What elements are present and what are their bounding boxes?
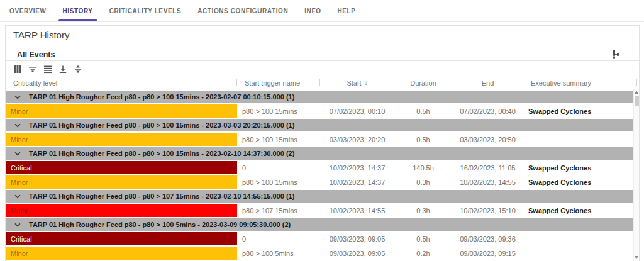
executive-summary-cell: Swapped Cyclones	[523, 161, 637, 174]
criticality-cell: Critical	[6, 232, 237, 245]
duration-cell: 140.5h	[394, 161, 452, 174]
duration-cell: 0.2h	[394, 247, 452, 260]
col-header-label: Criticality level	[13, 79, 57, 87]
executive-summary-cell	[523, 133, 637, 146]
group-header-label: TARP 01 High Rougher Feed p80 - p80 > 10…	[29, 221, 291, 228]
criticality-cell: Minor	[6, 133, 237, 146]
col-header-label: End	[482, 79, 494, 87]
column-separator	[636, 79, 637, 86]
chevron-down-icon	[14, 123, 21, 128]
tab-info[interactable]: INFO	[296, 0, 329, 21]
row-height-icon[interactable]	[74, 65, 82, 74]
tab-label: HISTORY	[63, 8, 93, 14]
end-cell: 10/02/2023, 14:55	[452, 175, 523, 189]
executive-summary-cell: Swapped Cyclones	[523, 204, 637, 217]
col-header-label: Executive summary	[531, 79, 591, 87]
end-cell: 07/02/2023, 00:40	[452, 104, 523, 118]
filter-icon[interactable]	[28, 65, 37, 74]
tab-criticality-levels[interactable]: CRITICALITY LEVELS	[101, 0, 190, 21]
group-header-label: TARP 01 High Rougher Feed p80 - p80 > 10…	[29, 192, 294, 200]
tab-label: HELP	[338, 8, 356, 14]
tree-icon[interactable]	[611, 50, 620, 59]
group-header-row[interactable]: TARP 01 High Rougher Feed p80 - p80 > 10…	[6, 119, 638, 131]
col-header-executive-summary[interactable]: Executive summary	[523, 77, 637, 89]
group-header-row[interactable]: TARP 01 High Rougher Feed p80 - p80 > 10…	[6, 218, 638, 231]
section-title: All Events	[17, 50, 55, 59]
row-density-icon[interactable]	[43, 65, 52, 74]
duration-cell: 0.5h	[394, 232, 452, 245]
duration-cell: 0.5h	[394, 133, 452, 146]
start-trigger-cell: p80 > 100 5mins	[237, 247, 320, 260]
tab-label: INFO	[304, 8, 321, 14]
scroll-up-icon[interactable]	[635, 91, 638, 94]
event-row[interactable]: Minorp80 > 100 15mins10/02/2023, 14:370.…	[6, 175, 639, 189]
end-cell: 03/03/2023, 20:50	[452, 133, 523, 146]
active-tab-indicator	[58, 19, 97, 21]
start-trigger-cell: p80 > 100 15mins	[237, 104, 320, 118]
col-header-start[interactable]: Start↓	[320, 77, 394, 89]
tab-history[interactable]: HISTORY	[55, 0, 101, 21]
download-icon[interactable]	[58, 65, 67, 74]
all-events-header: All Events	[6, 45, 639, 62]
vertical-scrollbar[interactable]	[633, 89, 639, 261]
start-trigger-cell: 0	[237, 232, 320, 245]
event-row[interactable]: Minorp80 > 100 15mins07/02/2023, 00:100.…	[6, 104, 639, 118]
group-header-label: TARP 01 High Rougher Feed p80 - p80 > 10…	[29, 150, 294, 157]
event-row[interactable]: Critical009/03/2023, 09:050.5h09/03/2023…	[6, 232, 639, 245]
chevron-down-icon	[14, 194, 21, 199]
columns-icon[interactable]	[13, 65, 22, 74]
end-cell: 09/03/2023, 09:36	[452, 232, 523, 245]
col-header-start-trigger-name[interactable]: Start trigger name	[237, 77, 320, 89]
scroll-down-icon[interactable]	[635, 256, 638, 259]
group-header-row[interactable]: TARP 01 High Rougher Feed p80 - p80 > 10…	[6, 147, 638, 160]
end-cell: 16/02/2023, 11:05	[452, 161, 523, 174]
tab-actions-configuration[interactable]: ACTIONS CONFIGURATION	[189, 0, 296, 21]
criticality-cell: Minor	[6, 104, 237, 118]
start-cell: 10/02/2023, 14:55	[320, 204, 394, 217]
executive-summary-cell: Swapped Cyclones	[523, 175, 637, 189]
scrollbar-thumb[interactable]	[635, 96, 639, 106]
start-trigger-cell: p80 > 107 15mins	[237, 204, 320, 217]
col-header-end[interactable]: End	[452, 77, 523, 89]
group-header-row[interactable]: TARP 01 High Rougher Feed p80 - p80 > 10…	[6, 190, 638, 203]
chevron-down-icon	[14, 223, 21, 227]
column-header-row: Criticality levelStart trigger nameStart…	[6, 77, 639, 89]
executive-summary-cell: Swapped Cyclones	[523, 104, 637, 118]
executive-summary-cell	[523, 247, 637, 260]
start-trigger-cell: p80 > 100 15mins	[237, 133, 320, 146]
start-cell: 09/03/2023, 09:05	[320, 247, 394, 260]
start-cell: 07/02/2023, 00:10	[320, 104, 394, 118]
tab-label: OVERVIEW	[9, 8, 47, 14]
event-row[interactable]: Critical010/02/2023, 14:37140.5h16/02/20…	[6, 161, 639, 174]
chevron-down-icon	[14, 95, 21, 99]
page-title: TARP History	[6, 26, 639, 45]
events-grid: Criticality levelStart trigger nameStart…	[6, 60, 639, 261]
chevron-down-icon	[14, 152, 21, 156]
start-cell: 10/02/2023, 14:37	[320, 175, 394, 189]
col-header-criticality-level[interactable]: Criticality level	[6, 77, 237, 89]
event-row[interactable]: Majorp80 > 107 15mins10/02/2023, 14:550.…	[6, 204, 639, 217]
tarp-history-card: TARP History All Events	[5, 25, 640, 261]
tab-bar: OVERVIEWHISTORYCRITICALITY LEVELSACTIONS…	[0, 0, 644, 22]
group-header-label: TARP 01 High Rougher Feed p80 - p80 > 10…	[29, 93, 294, 101]
start-cell: 10/02/2023, 14:37	[320, 161, 394, 174]
event-row[interactable]: Minorp80 > 100 15mins03/03/2023, 20:200.…	[6, 133, 639, 146]
criticality-cell: Critical	[6, 161, 237, 174]
event-row[interactable]: Minorp80 > 100 5mins09/03/2023, 09:050.2…	[6, 247, 639, 260]
tab-label: ACTIONS CONFIGURATION	[197, 8, 288, 14]
tab-overview[interactable]: OVERVIEW	[1, 0, 55, 21]
group-header-label: TARP 01 High Rougher Feed p80 - p80 > 10…	[29, 121, 294, 129]
tab-help[interactable]: HELP	[330, 0, 364, 21]
col-header-duration[interactable]: Duration	[394, 77, 452, 89]
start-cell: 03/03/2023, 20:20	[320, 133, 394, 146]
criticality-cell: Minor	[6, 175, 237, 189]
duration-cell: 0.5h	[394, 104, 452, 118]
group-header-row[interactable]: TARP 01 High Rougher Feed p80 - p80 > 10…	[6, 91, 638, 103]
start-cell: 09/03/2023, 09:05	[320, 232, 394, 245]
duration-cell: 0.3h	[394, 204, 452, 217]
start-trigger-cell: 0	[237, 161, 320, 174]
executive-summary-cell	[523, 232, 637, 245]
criticality-cell: Minor	[6, 247, 237, 260]
tab-label: CRITICALITY LEVELS	[109, 8, 182, 14]
col-header-label: Duration	[410, 79, 436, 87]
